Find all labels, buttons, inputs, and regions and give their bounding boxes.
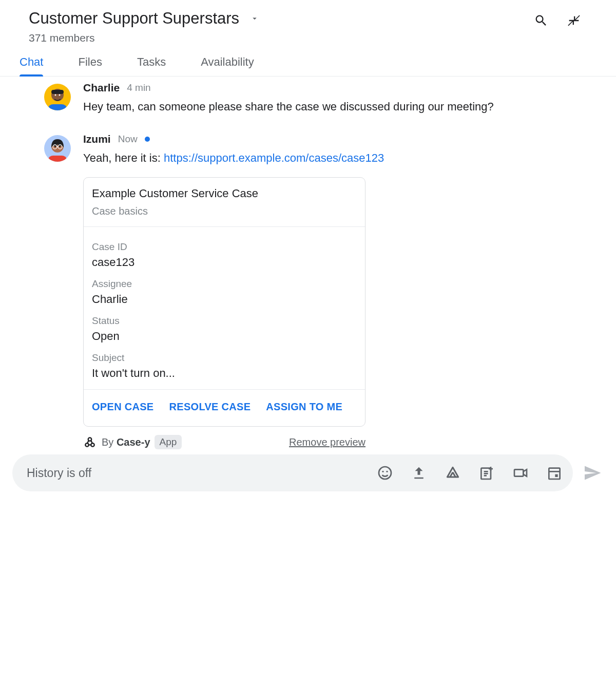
avatar[interactable] <box>44 84 71 110</box>
header-actions <box>532 11 583 30</box>
upload-icon <box>411 465 427 481</box>
emoji-button[interactable] <box>376 464 394 482</box>
link-preview-card: Example Customer Service Case Case basic… <box>83 177 365 427</box>
assign-to-me-button[interactable]: ASSIGN TO ME <box>266 401 342 413</box>
svg-rect-25 <box>555 474 557 477</box>
tab-bar: Chat Files Tasks Availability <box>0 44 616 77</box>
card-attribution: By Case-y App Remove preview <box>83 435 365 449</box>
sender-name: Izumi <box>83 133 111 145</box>
card-field: Assignee Charlie <box>92 278 357 306</box>
tab-availability[interactable]: Availability <box>201 55 254 76</box>
webhook-icon <box>83 435 97 449</box>
chevron-down-icon <box>250 14 259 23</box>
svg-rect-23 <box>549 468 560 479</box>
message: Izumi Now Yeah, here it is: https://supp… <box>44 133 587 449</box>
field-value: Charlie <box>92 293 357 306</box>
app-name: Case-y <box>117 436 150 448</box>
send-icon <box>583 464 602 482</box>
message-link[interactable]: https://support.example.com/cases/case12… <box>164 151 384 164</box>
search-button[interactable] <box>532 11 550 30</box>
composer-placeholder: History is off <box>27 466 371 480</box>
calendar-button[interactable] <box>545 464 564 482</box>
svg-point-14 <box>382 471 383 472</box>
message-text: Hey team, can someone please share the c… <box>83 98 587 116</box>
upload-button[interactable] <box>410 464 428 482</box>
message-input[interactable]: History is off <box>12 454 573 491</box>
video-meet-button[interactable] <box>511 464 530 482</box>
drive-button[interactable] <box>444 464 462 482</box>
space-header: Customer Support Superstars 371 members <box>0 0 616 44</box>
field-value: case123 <box>92 256 357 269</box>
card-title: Example Customer Service Case <box>92 187 357 200</box>
svg-point-3 <box>55 94 56 96</box>
tab-files[interactable]: Files <box>78 55 102 76</box>
field-label: Assignee <box>92 278 357 290</box>
member-count: 371 members <box>29 32 587 44</box>
collapse-icon <box>567 13 581 28</box>
message: Charlie 4 min Hey team, can someone plea… <box>44 82 587 116</box>
message-time: 4 min <box>127 82 150 93</box>
resolve-case-button[interactable]: RESOLVE CASE <box>169 401 251 413</box>
search-icon <box>534 13 548 28</box>
avatar[interactable] <box>44 135 71 162</box>
svg-point-4 <box>59 94 61 96</box>
video-icon <box>512 465 529 481</box>
tab-chat[interactable]: Chat <box>20 55 43 76</box>
message-text: Yeah, here it is: https://support.exampl… <box>83 149 587 167</box>
card-field: Subject It won't turn on... <box>92 352 357 380</box>
avatar-icon <box>44 135 71 162</box>
svg-rect-0 <box>48 104 67 110</box>
calendar-icon <box>546 465 563 481</box>
svg-rect-2 <box>51 90 64 94</box>
create-doc-button[interactable] <box>477 464 496 482</box>
field-value: Open <box>92 330 357 343</box>
card-field: Case ID case123 <box>92 241 357 269</box>
send-button[interactable] <box>581 462 604 484</box>
card-field: Status Open <box>92 315 357 343</box>
svg-rect-5 <box>48 156 67 162</box>
emoji-icon <box>377 465 393 481</box>
svg-point-13 <box>379 467 391 479</box>
space-title: Customer Support Superstars <box>29 9 239 28</box>
space-menu-dropdown[interactable] <box>246 10 263 27</box>
avatar-icon <box>44 84 71 110</box>
field-label: Status <box>92 315 357 327</box>
sender-name: Charlie <box>83 82 120 94</box>
collapse-button[interactable] <box>565 11 583 30</box>
card-subtitle: Case basics <box>92 205 357 217</box>
remove-preview-button[interactable]: Remove preview <box>289 436 365 448</box>
drive-icon <box>445 465 461 481</box>
message-time: Now <box>118 134 138 145</box>
unread-indicator-icon <box>145 137 150 142</box>
svg-rect-22 <box>514 470 523 477</box>
message-list: Charlie 4 min Hey team, can someone plea… <box>0 77 616 449</box>
open-case-button[interactable]: OPEN CASE <box>92 401 154 413</box>
message-text-prefix: Yeah, here it is: <box>83 151 164 164</box>
field-value: It won't turn on... <box>92 367 357 380</box>
attribution-by: By Case-y <box>102 436 150 448</box>
svg-point-15 <box>386 471 388 472</box>
tab-tasks[interactable]: Tasks <box>137 55 166 76</box>
field-label: Subject <box>92 352 357 364</box>
doc-add-icon <box>478 465 495 481</box>
composer-area: History is off <box>0 454 616 491</box>
field-label: Case ID <box>92 241 357 253</box>
app-badge: App <box>155 435 182 449</box>
